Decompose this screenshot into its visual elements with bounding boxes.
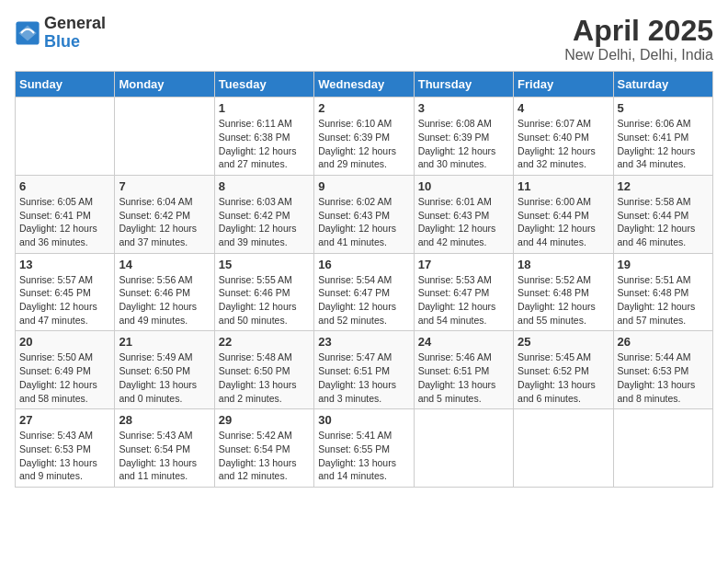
day-number: 29: [219, 413, 310, 427]
day-number: 27: [19, 413, 110, 427]
calendar-cell: 21Sunrise: 5:49 AMSunset: 6:50 PMDayligh…: [115, 331, 214, 409]
day-number: 3: [418, 101, 509, 115]
calendar-cell: [414, 409, 513, 488]
calendar-cell: 17Sunrise: 5:53 AMSunset: 6:47 PMDayligh…: [414, 253, 513, 331]
day-info: Sunrise: 5:42 AMSunset: 6:54 PMDaylight:…: [219, 429, 310, 483]
day-number: 30: [318, 413, 409, 427]
calendar-day-header: Tuesday: [214, 72, 313, 98]
day-info: Sunrise: 5:49 AMSunset: 6:50 PMDaylight:…: [119, 350, 210, 405]
day-number: 17: [418, 258, 509, 271]
day-info: Sunrise: 5:55 AMSunset: 6:46 PMDaylight:…: [219, 273, 310, 327]
calendar-cell: 27Sunrise: 5:43 AMSunset: 6:53 PMDayligh…: [16, 409, 115, 488]
title-block: April 2025 New Delhi, Delhi, India: [564, 15, 713, 63]
day-info: Sunrise: 5:46 AMSunset: 6:51 PMDaylight:…: [418, 350, 509, 405]
day-info: Sunrise: 6:08 AMSunset: 6:39 PMDaylight:…: [418, 117, 509, 171]
day-info: Sunrise: 6:03 AMSunset: 6:42 PMDaylight:…: [219, 195, 310, 249]
calendar-cell: 13Sunrise: 5:57 AMSunset: 6:45 PMDayligh…: [16, 253, 115, 331]
calendar-cell: [115, 98, 214, 176]
calendar-cell: [613, 409, 712, 488]
day-number: 7: [119, 179, 210, 193]
calendar-cell: 1Sunrise: 6:11 AMSunset: 6:38 PMDaylight…: [214, 98, 313, 176]
day-info: Sunrise: 5:43 AMSunset: 6:54 PMDaylight:…: [119, 429, 210, 483]
calendar-cell: 14Sunrise: 5:56 AMSunset: 6:46 PMDayligh…: [115, 253, 214, 331]
page-title: April 2025: [564, 15, 713, 47]
calendar-cell: 8Sunrise: 6:03 AMSunset: 6:42 PMDaylight…: [214, 175, 313, 253]
day-info: Sunrise: 5:56 AMSunset: 6:46 PMDaylight:…: [119, 273, 210, 327]
day-number: 18: [518, 258, 609, 271]
day-info: Sunrise: 6:06 AMSunset: 6:41 PMDaylight:…: [618, 117, 709, 171]
calendar-day-header: Monday: [115, 72, 214, 98]
calendar-cell: 5Sunrise: 6:06 AMSunset: 6:41 PMDaylight…: [613, 98, 712, 176]
day-number: 13: [19, 258, 110, 271]
calendar-cell: 28Sunrise: 5:43 AMSunset: 6:54 PMDayligh…: [115, 409, 214, 488]
calendar-cell: 2Sunrise: 6:10 AMSunset: 6:39 PMDaylight…: [314, 98, 414, 176]
day-info: Sunrise: 6:01 AMSunset: 6:43 PMDaylight:…: [418, 195, 509, 249]
calendar-day-header: Wednesday: [314, 72, 414, 98]
calendar-cell: 23Sunrise: 5:47 AMSunset: 6:51 PMDayligh…: [314, 331, 414, 409]
day-number: 9: [318, 179, 409, 193]
day-number: 22: [219, 335, 310, 349]
day-info: Sunrise: 5:52 AMSunset: 6:48 PMDaylight:…: [518, 273, 609, 327]
day-info: Sunrise: 5:48 AMSunset: 6:50 PMDaylight:…: [219, 350, 310, 405]
logo-icon: [15, 20, 40, 46]
calendar-cell: 29Sunrise: 5:42 AMSunset: 6:54 PMDayligh…: [214, 409, 313, 488]
day-number: 1: [219, 101, 310, 115]
day-number: 15: [219, 258, 310, 271]
calendar-cell: 25Sunrise: 5:45 AMSunset: 6:52 PMDayligh…: [514, 331, 613, 409]
day-number: 4: [518, 101, 609, 115]
calendar-day-header: Thursday: [414, 72, 513, 98]
calendar-cell: 9Sunrise: 6:02 AMSunset: 6:43 PMDaylight…: [314, 175, 414, 253]
day-number: 25: [518, 335, 609, 349]
calendar-table: SundayMondayTuesdayWednesdayThursdayFrid…: [15, 71, 713, 488]
day-info: Sunrise: 6:04 AMSunset: 6:42 PMDaylight:…: [119, 195, 210, 249]
day-info: Sunrise: 6:07 AMSunset: 6:40 PMDaylight:…: [518, 117, 609, 171]
calendar-cell: 22Sunrise: 5:48 AMSunset: 6:50 PMDayligh…: [214, 331, 313, 409]
day-number: 8: [219, 179, 310, 193]
day-info: Sunrise: 6:02 AMSunset: 6:43 PMDaylight:…: [318, 195, 409, 249]
day-number: 26: [618, 335, 709, 349]
day-info: Sunrise: 5:57 AMSunset: 6:45 PMDaylight:…: [19, 273, 110, 327]
day-number: 14: [119, 258, 210, 271]
page-subtitle: New Delhi, Delhi, India: [564, 47, 713, 63]
day-info: Sunrise: 5:51 AMSunset: 6:48 PMDaylight:…: [618, 273, 709, 327]
logo-text: GeneralBlue: [44, 15, 106, 52]
logo: GeneralBlue: [15, 15, 106, 52]
day-number: 28: [119, 413, 210, 427]
calendar-cell: 16Sunrise: 5:54 AMSunset: 6:47 PMDayligh…: [314, 253, 414, 331]
day-number: 6: [19, 179, 110, 193]
calendar-cell: 15Sunrise: 5:55 AMSunset: 6:46 PMDayligh…: [214, 253, 313, 331]
calendar-header-row: SundayMondayTuesdayWednesdayThursdayFrid…: [16, 72, 713, 98]
calendar-week-row: 20Sunrise: 5:50 AMSunset: 6:49 PMDayligh…: [16, 331, 713, 409]
calendar-day-header: Sunday: [16, 72, 115, 98]
day-number: 2: [318, 101, 409, 115]
calendar-week-row: 6Sunrise: 6:05 AMSunset: 6:41 PMDaylight…: [16, 175, 713, 253]
day-info: Sunrise: 6:05 AMSunset: 6:41 PMDaylight:…: [19, 195, 110, 249]
day-info: Sunrise: 6:11 AMSunset: 6:38 PMDaylight:…: [219, 117, 310, 171]
calendar-cell: 30Sunrise: 5:41 AMSunset: 6:55 PMDayligh…: [314, 409, 414, 488]
calendar-cell: 19Sunrise: 5:51 AMSunset: 6:48 PMDayligh…: [613, 253, 712, 331]
day-number: 5: [618, 101, 709, 115]
calendar-cell: 4Sunrise: 6:07 AMSunset: 6:40 PMDaylight…: [514, 98, 613, 176]
calendar-cell: 12Sunrise: 5:58 AMSunset: 6:44 PMDayligh…: [613, 175, 712, 253]
calendar-cell: 24Sunrise: 5:46 AMSunset: 6:51 PMDayligh…: [414, 331, 513, 409]
day-info: Sunrise: 5:45 AMSunset: 6:52 PMDaylight:…: [518, 350, 609, 405]
calendar-cell: [16, 98, 115, 176]
day-number: 20: [19, 335, 110, 349]
day-info: Sunrise: 6:00 AMSunset: 6:44 PMDaylight:…: [518, 195, 609, 249]
day-number: 10: [418, 179, 509, 193]
calendar-day-header: Friday: [514, 72, 613, 98]
calendar-cell: 3Sunrise: 6:08 AMSunset: 6:39 PMDaylight…: [414, 98, 513, 176]
day-number: 19: [618, 258, 709, 271]
calendar-cell: [514, 409, 613, 488]
day-number: 21: [119, 335, 210, 349]
day-info: Sunrise: 5:58 AMSunset: 6:44 PMDaylight:…: [618, 195, 709, 249]
day-info: Sunrise: 5:54 AMSunset: 6:47 PMDaylight:…: [318, 273, 409, 327]
day-info: Sunrise: 5:44 AMSunset: 6:53 PMDaylight:…: [618, 350, 709, 405]
day-info: Sunrise: 5:50 AMSunset: 6:49 PMDaylight:…: [19, 350, 110, 405]
day-info: Sunrise: 5:53 AMSunset: 6:47 PMDaylight:…: [418, 273, 509, 327]
calendar-cell: 6Sunrise: 6:05 AMSunset: 6:41 PMDaylight…: [16, 175, 115, 253]
day-number: 11: [518, 179, 609, 193]
day-number: 12: [618, 179, 709, 193]
day-info: Sunrise: 6:10 AMSunset: 6:39 PMDaylight:…: [318, 117, 409, 171]
calendar-week-row: 1Sunrise: 6:11 AMSunset: 6:38 PMDaylight…: [16, 98, 713, 176]
